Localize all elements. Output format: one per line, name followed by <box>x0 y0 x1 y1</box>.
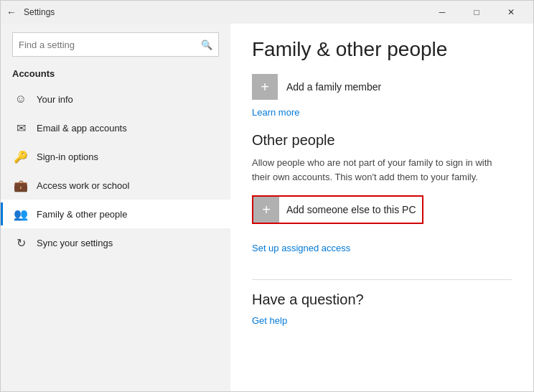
sidebar-item-sync[interactable]: ↻Sync your settings <box>1 228 230 257</box>
work-icon: 💼 <box>12 179 29 192</box>
page-title: Family & other people <box>252 38 512 61</box>
divider <box>252 279 512 280</box>
sidebar-item-work[interactable]: 💼Access work or school <box>1 171 230 200</box>
section-label: Accounts <box>1 68 230 85</box>
add-person-row[interactable]: + Add someone else to this PC <box>252 195 423 224</box>
back-button[interactable]: ← <box>6 6 17 18</box>
sidebar-item-your-info[interactable]: ☺Your info <box>1 85 230 113</box>
minimize-button[interactable]: ─ <box>426 1 459 24</box>
sync-icon: ↻ <box>12 236 29 250</box>
titlebar-title: Settings <box>24 7 426 17</box>
add-family-button[interactable]: + <box>252 74 278 100</box>
nav-list: ☺Your info✉Email & app accounts🔑Sign-in … <box>1 85 230 257</box>
sidebar-item-email[interactable]: ✉Email & app accounts <box>1 113 230 142</box>
sidebar-item-signin[interactable]: 🔑Sign-in options <box>1 142 230 171</box>
sidebar-item-label: Family & other people <box>37 209 127 220</box>
learn-more-link[interactable]: Learn more <box>252 107 299 118</box>
sidebar-item-label: Email & app accounts <box>37 123 127 134</box>
sidebar-item-label: Sync your settings <box>37 238 113 248</box>
assigned-access-link[interactable]: Set up assigned access <box>252 243 350 253</box>
have-question-heading: Have a question? <box>252 291 512 308</box>
your-info-icon: ☺ <box>12 93 29 106</box>
sidebar-item-label: Your info <box>37 94 73 105</box>
add-person-label: Add someone else to this PC <box>286 204 416 215</box>
search-input[interactable] <box>19 39 201 50</box>
sidebar-item-family[interactable]: 👥Family & other people <box>1 200 230 228</box>
other-people-heading: Other people <box>252 132 512 149</box>
other-people-desc: Allow people who are not part of your fa… <box>252 156 512 184</box>
add-family-label: Add a family member <box>286 81 381 93</box>
family-icon: 👥 <box>12 207 29 221</box>
sidebar-item-label: Sign-in options <box>37 151 98 162</box>
signin-icon: 🔑 <box>12 150 29 164</box>
content-area: Family & other people + Add a family mem… <box>230 24 533 391</box>
search-icon: 🔍 <box>201 39 212 50</box>
titlebar-controls: ─ □ ✕ <box>426 1 528 24</box>
titlebar: ← Settings ─ □ ✕ <box>1 1 533 24</box>
email-icon: ✉ <box>12 121 29 135</box>
get-help-link[interactable]: Get help <box>252 315 287 326</box>
search-box[interactable]: 🔍 <box>12 32 219 57</box>
sidebar-item-label: Access work or school <box>37 180 129 191</box>
maximize-button[interactable]: □ <box>460 1 493 24</box>
main-layout: 🔍 Accounts ☺Your info✉Email & app accoun… <box>1 24 533 391</box>
add-family-row: + Add a family member <box>252 74 512 100</box>
add-person-button[interactable]: + <box>253 197 279 223</box>
sidebar: 🔍 Accounts ☺Your info✉Email & app accoun… <box>1 24 230 391</box>
close-button[interactable]: ✕ <box>495 1 528 24</box>
